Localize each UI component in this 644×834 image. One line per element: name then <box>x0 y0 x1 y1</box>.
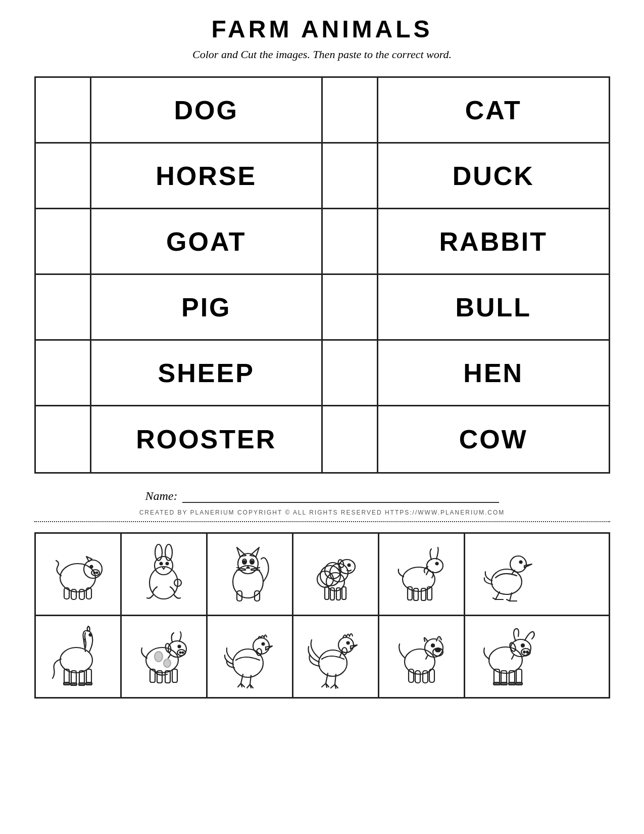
svg-point-89 <box>431 644 434 647</box>
svg-point-51 <box>491 569 522 594</box>
right-column: CAT DUCK RABBIT BULL HEN <box>323 78 609 472</box>
svg-point-71 <box>180 652 181 654</box>
word-box-rooster: ROOSTER <box>91 406 322 472</box>
svg-point-5 <box>90 566 93 568</box>
svg-point-65 <box>155 652 163 662</box>
svg-point-24 <box>251 561 253 564</box>
word-box-goat: GOAT <box>91 209 322 273</box>
paste-box-cat <box>323 78 378 142</box>
svg-point-46 <box>436 563 438 565</box>
word-horse: HORSE <box>156 161 257 191</box>
word-grid: DOG HORSE GOAT PIG SHEEP <box>34 76 610 474</box>
table-row: DOG <box>36 78 322 144</box>
animal-rooster <box>293 616 379 697</box>
svg-rect-106 <box>501 682 507 685</box>
table-row: HEN <box>323 341 609 406</box>
word-pig: PIG <box>181 292 231 322</box>
animals-section <box>34 532 610 697</box>
paste-box-dog <box>36 78 91 142</box>
paste-box-rabbit <box>323 209 378 273</box>
svg-rect-107 <box>509 682 515 685</box>
name-field-row: Name: <box>145 489 499 503</box>
left-column: DOG HORSE GOAT PIG SHEEP <box>36 78 323 472</box>
svg-point-23 <box>243 561 245 564</box>
svg-point-37 <box>339 560 355 574</box>
svg-point-55 <box>89 634 92 636</box>
svg-rect-104 <box>516 669 522 683</box>
animal-duck <box>465 534 551 615</box>
svg-rect-48 <box>414 588 418 600</box>
animal-bull <box>465 616 551 697</box>
word-hen: HEN <box>463 358 523 388</box>
word-rabbit: RABBIT <box>439 226 548 257</box>
word-box-pig: PIG <box>91 275 322 339</box>
table-row: ROOSTER <box>36 406 322 472</box>
svg-rect-108 <box>516 682 522 685</box>
svg-rect-59 <box>86 669 91 683</box>
word-cat: CAT <box>465 95 522 125</box>
word-goat: GOAT <box>166 226 246 257</box>
table-row: BULL <box>323 275 609 341</box>
paste-box-rooster <box>36 406 91 472</box>
svg-rect-40 <box>325 587 329 599</box>
svg-point-97 <box>521 644 524 647</box>
table-row: HORSE <box>36 144 322 209</box>
name-underline <box>182 489 499 503</box>
svg-rect-60 <box>64 682 70 685</box>
svg-point-3 <box>94 572 95 574</box>
animals-row-1 <box>34 532 610 616</box>
word-box-cow: COW <box>378 406 609 472</box>
word-cow: COW <box>459 424 528 454</box>
svg-point-52 <box>510 556 526 572</box>
word-duck: DUCK <box>453 161 534 191</box>
paste-box-cow <box>323 406 378 472</box>
svg-rect-76 <box>172 669 177 682</box>
svg-rect-105 <box>493 682 500 685</box>
svg-point-14 <box>160 563 163 565</box>
svg-rect-43 <box>342 587 346 599</box>
svg-point-15 <box>166 563 169 565</box>
svg-point-98 <box>521 648 530 656</box>
svg-point-82 <box>338 637 354 653</box>
table-row: DUCK <box>323 144 609 209</box>
svg-point-53 <box>519 561 522 564</box>
paste-box-hen <box>323 341 378 405</box>
svg-point-84 <box>347 642 350 644</box>
svg-point-4 <box>96 572 98 574</box>
svg-point-38 <box>348 564 351 567</box>
word-box-cat: CAT <box>378 78 609 142</box>
paste-box-horse <box>36 144 91 208</box>
table-row: GOAT <box>36 209 322 275</box>
animal-pig <box>36 534 122 615</box>
word-sheep: SHEEP <box>158 358 255 388</box>
animals-row-2 <box>34 615 610 699</box>
animal-sheep <box>293 534 379 615</box>
word-rooster: ROOSTER <box>136 424 276 454</box>
paste-box-pig <box>36 275 91 339</box>
svg-point-88 <box>435 648 440 652</box>
svg-marker-25 <box>246 567 250 568</box>
svg-point-100 <box>526 651 528 653</box>
paste-box-sheep <box>36 341 91 405</box>
word-box-horse: HORSE <box>91 144 322 208</box>
table-row: SHEEP <box>36 341 322 406</box>
table-row: CAT <box>323 78 609 144</box>
table-row: COW <box>323 406 609 472</box>
word-box-duck: DUCK <box>378 144 609 208</box>
word-box-rabbit: RABBIT <box>378 209 609 273</box>
animal-rabbit <box>122 534 208 615</box>
divider <box>34 521 610 522</box>
animal-horse <box>36 616 122 697</box>
name-label: Name: <box>145 489 178 503</box>
word-box-hen: HEN <box>378 341 609 405</box>
page-title: FARM ANIMALS <box>211 15 432 43</box>
animal-dog <box>379 616 465 697</box>
word-box-bull: BULL <box>378 275 609 339</box>
svg-point-80 <box>262 643 265 645</box>
paste-box-goat <box>36 209 91 273</box>
copyright-text: CREATED BY PLANERIUM COPYRIGHT © ALL RIG… <box>139 509 505 516</box>
table-row: PIG <box>36 275 322 341</box>
paste-box-duck <box>323 144 378 208</box>
svg-marker-19 <box>237 547 246 557</box>
svg-point-96 <box>509 642 517 652</box>
